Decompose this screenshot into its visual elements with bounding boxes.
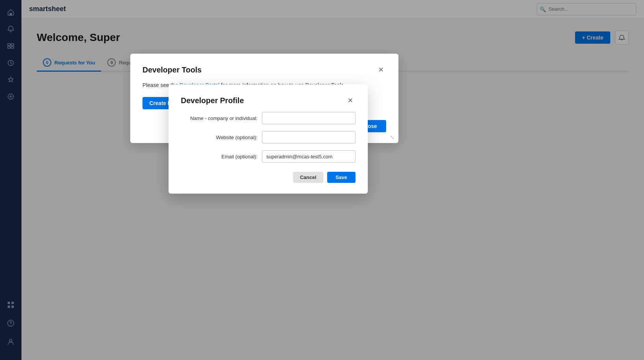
dev-tools-header: Developer Tools ✕ <box>143 64 386 75</box>
name-input[interactable] <box>262 112 356 124</box>
dev-profile-footer: Cancel Save <box>181 172 356 183</box>
dev-profile-close-button[interactable]: ✕ <box>345 95 356 106</box>
form-row-name: Name - company or individual: <box>181 112 356 124</box>
developer-profile-dialog: Developer Profile ✕ Name - company or in… <box>169 84 368 194</box>
dev-profile-header: Developer Profile ✕ <box>181 95 356 106</box>
form-row-email: Email (optional): <box>181 150 356 163</box>
dev-tools-close-button[interactable]: ✕ <box>375 64 386 75</box>
modal-overlay: Developer Tools ✕ Please see the Develop… <box>0 0 644 360</box>
form-label-website: Website (optional): <box>181 135 257 140</box>
dev-tools-title: Developer Tools <box>143 66 202 74</box>
form-row-website: Website (optional): <box>181 131 356 143</box>
cancel-button[interactable]: Cancel <box>293 172 323 183</box>
dev-profile-title: Developer Profile <box>181 96 244 105</box>
email-input[interactable] <box>262 150 356 163</box>
save-button[interactable]: Save <box>327 172 356 183</box>
form-label-name: Name - company or individual: <box>181 115 257 121</box>
website-input[interactable] <box>262 131 356 143</box>
form-label-email: Email (optional): <box>181 154 257 159</box>
resize-handle[interactable]: ⤡ <box>390 135 395 140</box>
